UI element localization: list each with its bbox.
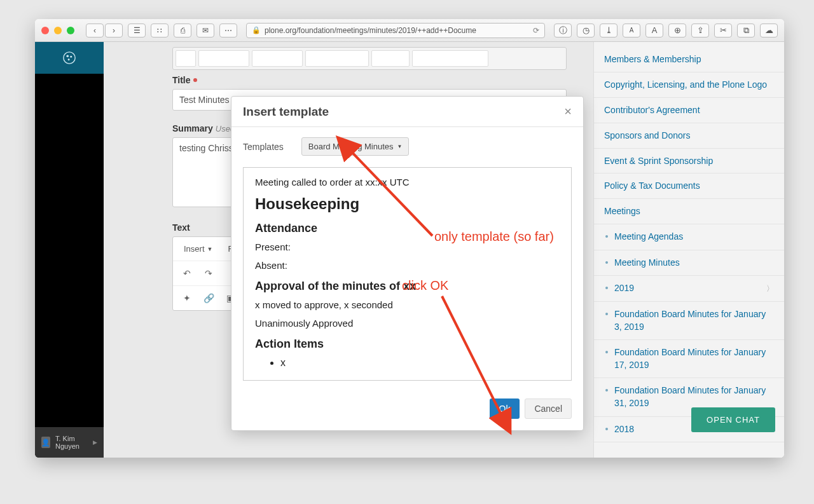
strip-button-4[interactable] <box>305 50 369 67</box>
preview-moved: x moved to approve, x seconded <box>255 299 560 310</box>
template-preview: Meeting called to order at xx:xx UTC Hou… <box>243 167 572 381</box>
preview-h-housekeeping: Housekeeping <box>255 195 560 213</box>
address-bar[interactable]: 🔒 plone.org/foundation/meetings/minutes/… <box>246 23 545 38</box>
cancel-button[interactable]: Cancel <box>525 398 572 419</box>
sidebar-sub-agendas[interactable]: Meeting Agendas <box>614 231 683 243</box>
template-selected-value: Board Meeting Minutes <box>308 142 394 151</box>
strip-button-5[interactable] <box>371 50 410 67</box>
preview-absent: Absent: <box>255 260 560 271</box>
preview-approved: Unanimously Approved <box>255 318 560 329</box>
summary-label: Summary <box>172 123 213 133</box>
minimize-window-button[interactable] <box>54 27 62 34</box>
strip-button-1[interactable] <box>176 50 196 67</box>
strip-button-2[interactable] <box>198 50 249 67</box>
browser-window: ‹ › ☰ ∷ ⎙ ✉ ⋯ 🔒 plone.org/foundation/mee… <box>35 19 784 458</box>
text-label: Text <box>172 222 190 233</box>
share-button[interactable]: ⇪ <box>691 24 709 37</box>
rail-logo[interactable] <box>35 42 104 74</box>
sidebar-toggle-button[interactable]: ☰ <box>128 24 146 37</box>
page-body: 👤 T. Kim Nguyen ▶ Title <box>35 42 784 458</box>
sidebar-link-events[interactable]: Event & Sprint Sponsorship <box>594 149 784 174</box>
required-dot-icon <box>193 78 197 82</box>
text-larger-button[interactable]: A <box>645 24 663 37</box>
text-smaller-button[interactable]: A <box>623 24 640 37</box>
extension-button[interactable]: ✂ <box>714 24 732 37</box>
sidebar-link-copyright[interactable]: Copyright, Licensing, and the Plone Logo <box>594 72 784 98</box>
unlink-icon[interactable]: ✦ <box>178 290 196 306</box>
preview-h-attendance: Attendance <box>255 222 560 235</box>
plone-logo-icon <box>62 51 76 65</box>
more-button[interactable]: ⋯ <box>219 24 237 37</box>
sidebar-sub-jan31[interactable]: Foundation Board Minutes for January 31,… <box>614 385 774 409</box>
sidebar-link-meetings[interactable]: Meetings <box>594 199 784 224</box>
link-icon[interactable]: 🔗 <box>200 290 217 306</box>
left-rail: 👤 T. Kim Nguyen ▶ <box>35 42 104 458</box>
sidebar-link-sponsors[interactable]: Sponsors and Donors <box>594 123 784 149</box>
template-select[interactable]: Board Meeting Minutes ▼ <box>301 137 410 156</box>
sidebar-link-members[interactable]: Members & Membership <box>594 47 784 72</box>
sidebar-link-policy[interactable]: Policy & Tax Documents <box>594 174 784 199</box>
sidebar-sub-jan17[interactable]: Foundation Board Minutes for January 17,… <box>614 346 774 371</box>
svg-point-1 <box>66 55 69 57</box>
lock-icon: 🔒 <box>252 26 261 34</box>
svg-point-2 <box>70 56 72 58</box>
title-bar: ‹ › ☰ ∷ ⎙ ✉ ⋯ 🔒 plone.org/foundation/mee… <box>35 19 784 42</box>
reader-button[interactable]: ⓘ <box>554 24 572 37</box>
caret-down-icon: ▼ <box>397 144 403 149</box>
open-chat-button[interactable]: OPEN CHAT <box>691 407 775 432</box>
bullet-icon <box>605 428 608 430</box>
bullet-icon <box>605 351 608 353</box>
caret-down-icon: ▼ <box>207 246 213 252</box>
preview-h-approval: Approval of the minutes of xx <box>255 280 560 293</box>
download-button[interactable]: ⤓ <box>600 24 617 37</box>
timer-button[interactable]: ◷ <box>577 24 595 37</box>
undo-icon[interactable]: ↶ <box>178 265 196 282</box>
sidebar-sub-jan3[interactable]: Foundation Board Minutes for January 3, … <box>614 308 774 333</box>
right-sidebar: Members & Membership Copyright, Licensin… <box>593 42 784 458</box>
bullet-icon <box>605 313 608 315</box>
top-sites-button[interactable]: ∷ <box>151 24 169 37</box>
chevron-right-icon: ▶ <box>93 439 97 446</box>
bullet-icon <box>605 389 608 392</box>
preview-present: Present: <box>255 242 560 252</box>
tabs-button[interactable]: ⧉ <box>737 24 755 37</box>
sidebar-sub-2018[interactable]: 2018 <box>614 423 634 436</box>
preview-action-item: x <box>280 357 560 369</box>
svg-point-0 <box>64 52 75 64</box>
chevron-right-icon: 〉 <box>766 283 774 294</box>
close-window-button[interactable] <box>41 27 49 34</box>
mail-button[interactable]: ✉ <box>197 24 214 37</box>
preview-called: Meeting called to order at xx:xx UTC <box>255 177 560 187</box>
svg-point-3 <box>68 58 70 60</box>
editor-insert-menu[interactable]: Insert▼ <box>178 241 218 257</box>
strip-button-3[interactable] <box>252 50 303 67</box>
url-text: plone.org/foundation/meetings/minutes/20… <box>265 26 476 35</box>
strip-button-6[interactable] <box>412 50 488 67</box>
insert-template-modal: Insert template × Templates Board Meetin… <box>231 96 584 431</box>
title-label: Title <box>172 75 191 85</box>
avatar-icon: 👤 <box>41 437 50 448</box>
preview-h-action: Action Items <box>255 337 560 351</box>
bullet-icon <box>605 261 608 264</box>
redo-icon[interactable]: ↷ <box>200 265 217 282</box>
top-toolbar-strip <box>172 47 567 70</box>
cloud-button[interactable]: ☁ <box>760 24 778 37</box>
sidebar-link-contributor[interactable]: Contributor's Agreement <box>594 98 784 123</box>
downloads-button[interactable]: ⊕ <box>668 24 686 37</box>
reload-icon[interactable]: ⟳ <box>533 26 539 35</box>
templates-label: Templates <box>243 142 284 152</box>
modal-title: Insert template <box>243 105 329 119</box>
modal-close-button[interactable]: × <box>564 104 572 119</box>
back-button[interactable]: ‹ <box>86 24 104 37</box>
user-name: T. Kim Nguyen <box>55 435 88 450</box>
print-button[interactable]: ⎙ <box>174 24 191 37</box>
rail-user[interactable]: 👤 T. Kim Nguyen ▶ <box>35 427 104 458</box>
ok-button[interactable]: Ok <box>490 398 520 419</box>
bullet-icon <box>605 287 608 289</box>
bullet-icon <box>605 235 608 238</box>
forward-button[interactable]: › <box>105 24 123 37</box>
sidebar-sub-minutes[interactable]: Meeting Minutes <box>614 257 680 269</box>
sidebar-sub-2019[interactable]: 2019 <box>614 282 634 295</box>
window-controls <box>41 27 74 34</box>
zoom-window-button[interactable] <box>67 27 74 34</box>
